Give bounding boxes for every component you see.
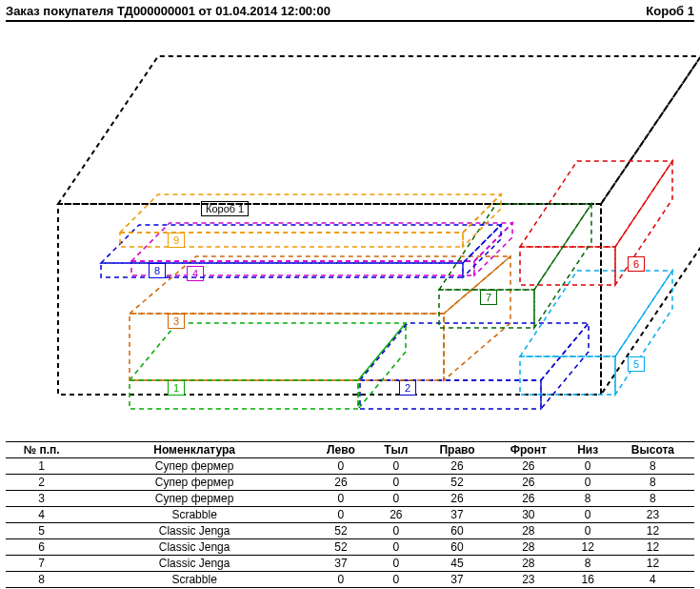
svg-rect-15 [520, 356, 615, 395]
table-cell: 0 [370, 458, 422, 475]
box-label-8: 8 [149, 263, 166, 278]
table-cell: 0 [370, 572, 422, 588]
table-cell: 0 [565, 475, 611, 491]
table-cell: 26 [311, 475, 370, 491]
svg-marker-28 [120, 194, 501, 233]
table-row: 2Супер фермер260522608 [6, 475, 694, 491]
container-id: Короб 1 [646, 4, 694, 18]
table-header: Лево [311, 442, 370, 458]
table-cell: 0 [311, 458, 370, 475]
table-cell: 60 [422, 523, 492, 539]
table-cell: 2 [6, 475, 77, 491]
table-row: 4Scrabble0263730023 [6, 507, 694, 523]
table-row: 1Супер фермер00262608 [6, 458, 694, 475]
table-cell: 0 [565, 523, 611, 539]
svg-rect-6 [360, 380, 541, 409]
table-cell: 0 [370, 523, 422, 539]
table-cell: 52 [311, 523, 370, 539]
table-cell: 0 [370, 539, 422, 556]
table-row: 6Classic Jenga52060281212 [6, 539, 694, 556]
table-cell: Classic Jenga [77, 556, 311, 572]
table-cell: 26 [492, 475, 564, 491]
svg-marker-23 [534, 204, 591, 328]
table-cell: 0 [311, 572, 370, 588]
table-cell: 4 [6, 507, 77, 523]
svg-marker-17 [615, 271, 672, 395]
items-table: № п.п.НоменклатураЛевоТылПравоФронтНизВы… [6, 441, 694, 589]
box-label-7: 7 [480, 290, 497, 305]
table-body: 1Супер фермер002626082Супер фермер260522… [6, 458, 694, 590]
table-cell: 26 [422, 491, 492, 507]
table-row: 5Classic Jenga5206028012 [6, 523, 694, 539]
table-cell: 37 [311, 556, 370, 572]
table-cell: 8 [565, 556, 611, 572]
table-cell: 0 [311, 507, 370, 523]
table-cell: 37 [422, 572, 492, 588]
table-cell: 52 [422, 475, 492, 491]
packing-diagram: Короб 1 123456789 [6, 28, 691, 437]
table-cell: 30 [492, 507, 564, 523]
table-cell: Супер фермер [77, 475, 311, 491]
table-cell: 3 [6, 491, 77, 507]
table-cell: 60 [422, 539, 492, 556]
svg-rect-3 [130, 380, 358, 409]
table-cell: 26 [422, 458, 492, 475]
table-cell: 7 [6, 556, 77, 572]
table-cell: Classic Jenga [77, 523, 311, 539]
table-cell: 37 [422, 507, 492, 523]
table-row: 3Супер фермер00262688 [6, 491, 694, 507]
header-divider [6, 20, 694, 22]
table-cell: 23 [611, 507, 694, 523]
table-cell: 6 [6, 539, 77, 556]
page-title: Заказ покупателя ТД000000001 от 01.04.20… [6, 4, 330, 18]
box-label-1: 1 [168, 380, 185, 396]
table-cell: 0 [565, 507, 611, 523]
table-header: № п.п. [6, 442, 77, 458]
table-cell: 12 [611, 539, 694, 556]
table-cell: 26 [370, 507, 422, 523]
table-header: Фронт [492, 442, 564, 458]
table-cell: 0 [311, 491, 370, 507]
table-cell: 0 [370, 475, 422, 491]
table-cell: 12 [565, 539, 611, 556]
table-cell: 8 [6, 572, 77, 588]
svg-marker-29 [463, 194, 501, 247]
table-cell: 12 [611, 523, 694, 539]
table-cell: 5 [6, 523, 77, 539]
table-cell: 26 [492, 491, 564, 507]
table-cell: 12 [611, 556, 694, 572]
table-cell: Супер фермер [77, 458, 311, 475]
table-cell: 52 [311, 539, 370, 556]
table-row: 8Scrabble003723164 [6, 572, 694, 588]
box-label-3: 3 [168, 314, 185, 329]
table-cell: 28 [492, 539, 564, 556]
table-header: Номенклатура [77, 442, 311, 458]
table-cell: 45 [422, 556, 492, 572]
table-cell: 28 [492, 556, 564, 572]
table-cell: 0 [370, 491, 422, 507]
table-cell: 8 [611, 475, 694, 491]
table-cell: Супер фермер [77, 491, 311, 507]
table-cell: 8 [611, 491, 694, 507]
table-cell: Scrabble [77, 507, 311, 523]
box-label-9: 9 [168, 233, 185, 248]
table-cell: 16 [565, 572, 611, 588]
box-label-2: 2 [399, 380, 416, 396]
table-header-row: № п.п.НоменклатураЛевоТылПравоФронтНизВы… [6, 442, 694, 458]
table-cell: 8 [565, 491, 611, 507]
table-cell: Classic Jenga [77, 539, 311, 556]
table-cell: 23 [492, 572, 564, 588]
table-cell: 0 [565, 458, 611, 475]
table-cell: 4 [611, 572, 694, 588]
box-label-6: 6 [628, 256, 645, 272]
box-label-5: 5 [628, 356, 645, 372]
table-cell: 1 [6, 458, 77, 475]
table-cell: 0 [370, 556, 422, 572]
table-cell: 28 [492, 523, 564, 539]
table-cell: 8 [611, 458, 694, 475]
table-header: Право [422, 442, 492, 458]
table-header: Высота [611, 442, 694, 458]
table-header: Низ [565, 442, 611, 458]
table-header: Тыл [370, 442, 422, 458]
table-cell: Scrabble [77, 572, 311, 588]
